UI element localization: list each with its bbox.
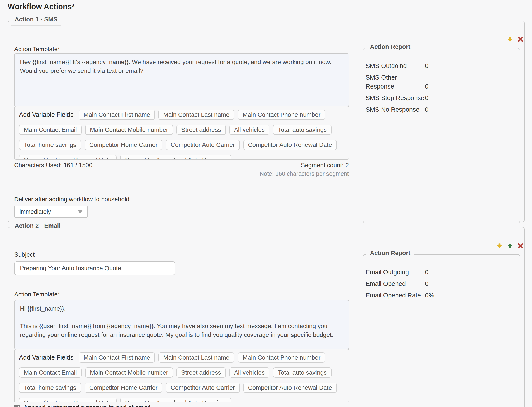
action-report-legend: Action Report — [366, 249, 414, 259]
variable-field-button[interactable]: Main Contact Email — [19, 125, 82, 135]
variable-field-button[interactable]: Competitor Home Carrier — [84, 383, 162, 393]
email-report-rows: Email Outgoing 0 Email Opened 0 Email Op… — [365, 268, 520, 300]
variable-field-button[interactable]: Main Contact Last name — [158, 352, 234, 363]
variable-field-button[interactable]: Total home savings — [19, 383, 81, 393]
variable-field-button[interactable]: Competitor Annualized Auto Premium — [120, 155, 231, 160]
report-row-label: Email Opened Rate — [365, 291, 425, 300]
add-variable-fields-label: Add Variable Fields — [19, 352, 73, 363]
action-1-sms-section: Action 1 - SMS Action Template* Hey {{fi… — [8, 16, 524, 222]
sms-action-report: Action Report SMS Outgoing 0 SMS Other R… — [363, 43, 520, 223]
report-row-value: 0 — [425, 268, 520, 277]
report-row-label: SMS Other Response — [365, 73, 425, 91]
variable-field-button[interactable]: Main Contact Mobile number — [85, 368, 173, 378]
variable-field-button[interactable]: Competitor Home Renewal Date — [19, 398, 117, 402]
deliver-timing-value: immediately — [19, 209, 51, 215]
append-signature-label: Append customized signature to end of em… — [23, 404, 150, 407]
variable-field-button[interactable]: Total auto savings — [273, 368, 332, 378]
report-row-value: 0 — [425, 279, 520, 288]
action-report-legend: Action Report — [366, 43, 414, 53]
report-row-value: 0 — [425, 94, 520, 102]
variable-field-button[interactable]: Main Contact Mobile number — [85, 125, 173, 135]
variable-field-button[interactable]: Main Contact Phone number — [238, 110, 325, 120]
workflow-actions-page: Workflow Actions* Action 1 - SMS Action … — [0, 0, 532, 407]
report-row-label: Email Outgoing — [365, 268, 425, 277]
variable-field-button[interactable]: All vehicles — [229, 125, 269, 135]
email-variable-fields-panel: Add Variable Fields Main Contact First n… — [14, 349, 349, 402]
close-icon — [517, 243, 524, 249]
sms-variable-fields-panel: Add Variable Fields Main Contact First n… — [14, 106, 349, 160]
close-icon — [517, 36, 524, 43]
email-action-report: Action Report Email Outgoing 0 Email Ope… — [363, 249, 520, 407]
deliver-timing-select[interactable]: immediately — [14, 206, 88, 218]
variable-field-button[interactable]: Street address — [176, 368, 226, 378]
move-action-down-button[interactable] — [507, 36, 513, 43]
variable-field-button[interactable]: Competitor Annualized Auto Premium — [120, 398, 231, 402]
action-2-email-section: Action 2 - Email Subject Action Template… — [8, 222, 524, 407]
variable-field-button[interactable]: Competitor Auto Renewal Date — [243, 140, 337, 150]
action-1-controls — [507, 36, 524, 43]
variable-field-button[interactable]: Competitor Home Carrier — [84, 140, 162, 150]
variable-field-button[interactable]: Competitor Auto Renewal Date — [243, 383, 337, 393]
report-row-value: 0 — [425, 62, 520, 70]
action-1-legend: Action 1 - SMS — [11, 16, 61, 26]
variable-field-button[interactable]: Total home savings — [19, 140, 81, 150]
report-row-label: SMS Outgoing — [365, 62, 425, 70]
append-signature-row: Append customized signature to end of em… — [14, 404, 150, 407]
delete-action-button[interactable] — [517, 36, 524, 43]
report-row-value: 0 — [425, 105, 520, 114]
segment-note: Note: 160 characters per segment — [260, 171, 349, 177]
arrow-up-icon — [507, 243, 513, 249]
move-action-down-button[interactable] — [496, 243, 503, 249]
deliver-after-label: Deliver after adding workflow to househo… — [14, 196, 129, 203]
arrow-down-icon — [496, 243, 503, 249]
segment-info: Segment count: 2 Note: 160 characters pe… — [260, 162, 349, 177]
subject-input[interactable] — [14, 261, 175, 275]
subject-label: Subject — [14, 251, 35, 258]
variable-field-button[interactable]: Main Contact Last name — [158, 110, 234, 120]
append-signature-checkbox[interactable] — [14, 405, 20, 407]
check-icon — [15, 405, 20, 407]
variable-field-button[interactable]: Competitor Home Renewal Date — [19, 155, 117, 160]
move-action-up-button[interactable] — [507, 243, 513, 249]
action-template-label: Action Template* — [14, 291, 60, 298]
sms-template-textarea[interactable]: Hey {{first_name}}! It's {{agency_name}}… — [14, 53, 349, 106]
arrow-down-icon — [507, 36, 513, 43]
variable-field-button[interactable]: Main Contact First name — [79, 110, 155, 120]
page-title: Workflow Actions* — [8, 2, 75, 11]
variable-field-button[interactable]: Total auto savings — [273, 125, 332, 135]
action-2-controls — [496, 243, 524, 249]
variable-field-button[interactable]: All vehicles — [229, 368, 269, 378]
email-template-textarea[interactable]: Hi {{first_name}}, This is {{user_first_… — [14, 300, 349, 349]
segment-count: Segment count: 2 — [260, 162, 349, 169]
variable-field-button[interactable]: Main Contact Phone number — [238, 352, 325, 363]
report-row-value: 0 — [425, 82, 520, 91]
delete-action-button[interactable] — [517, 243, 524, 249]
add-variable-fields-label: Add Variable Fields — [19, 110, 73, 120]
variable-field-button[interactable]: Main Contact Email — [19, 368, 82, 378]
report-row-label: SMS Stop Response — [365, 94, 425, 102]
variable-field-button[interactable]: Street address — [176, 125, 226, 135]
report-row-label: Email Opened — [365, 279, 425, 288]
report-row-label: SMS No Response — [365, 105, 425, 114]
variable-field-button[interactable]: Competitor Auto Carrier — [166, 140, 240, 150]
variable-field-button[interactable]: Competitor Auto Carrier — [166, 383, 240, 393]
action-template-label: Action Template* — [14, 46, 60, 53]
chevron-down-icon — [78, 210, 83, 214]
action-2-legend: Action 2 - Email — [11, 222, 64, 232]
sms-report-rows: SMS Outgoing 0 SMS Other Response 0 SMS … — [365, 62, 520, 114]
report-row-value: 0% — [425, 291, 520, 300]
characters-used-counter: Characters Used: 161 / 1500 — [14, 162, 92, 169]
variable-field-button[interactable]: Main Contact First name — [79, 352, 155, 363]
